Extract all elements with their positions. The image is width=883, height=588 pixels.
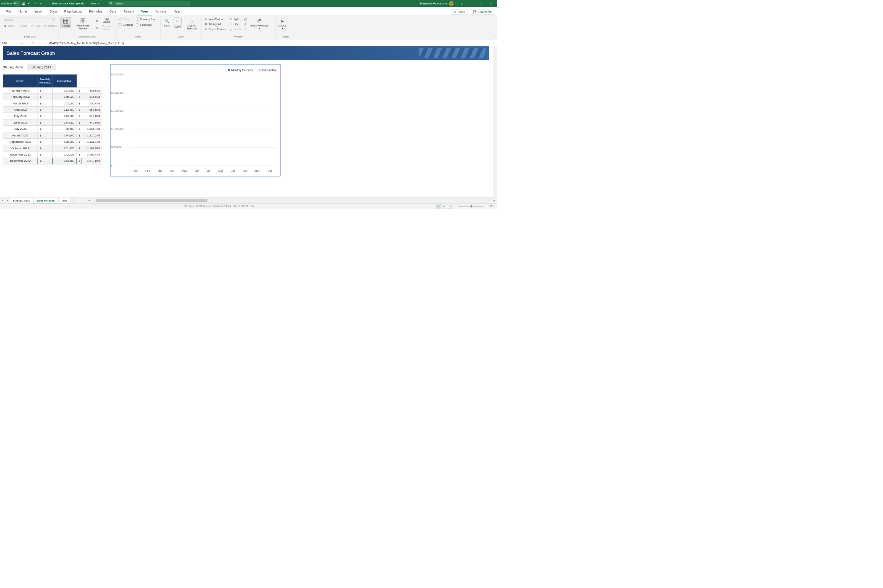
pagelayout-button[interactable]: ▤Page Layout bbox=[95, 17, 114, 24]
table-row[interactable]: April 2022$113,450$668,870 bbox=[3, 106, 102, 112]
hide-button[interactable]: ◻Hide bbox=[228, 22, 242, 26]
zoom-out-icon[interactable]: − bbox=[455, 205, 457, 208]
tab-pagelayout[interactable]: Page Layout bbox=[61, 8, 86, 15]
switch-windows-button[interactable]: 🗗Switch Windows ▾ bbox=[249, 17, 270, 30]
table-row[interactable]: December 2022$243,400$1,948,845 bbox=[3, 158, 102, 164]
pagebreak-view-icon[interactable]: ⊞ bbox=[447, 204, 453, 208]
table-row[interactable]: February 2022$160,320$311,920 bbox=[3, 94, 102, 100]
newwindow-icon: ⊞ bbox=[204, 18, 207, 21]
minimize-icon[interactable]: — bbox=[467, 0, 476, 7]
new-sheet-icon[interactable]: + bbox=[72, 198, 76, 202]
collapse-ribbon-icon[interactable]: ⌃ bbox=[493, 36, 496, 39]
table-row[interactable]: July 2022$89,400$1,035,470 bbox=[3, 126, 102, 132]
pagebreak-button[interactable]: Page Break Preview bbox=[72, 17, 94, 30]
hscroll-left-icon[interactable]: ◄ bbox=[87, 199, 92, 202]
ribbon-display-icon[interactable]: ▭ bbox=[457, 0, 467, 7]
page-title: Sales Forecast Graph bbox=[3, 46, 490, 60]
new-window-button[interactable]: ⊞New Window bbox=[203, 17, 227, 21]
enter-icon[interactable]: ✓ bbox=[36, 42, 42, 45]
status-message: This is an .XLTM file open in Microsoft … bbox=[2, 205, 436, 208]
search-input[interactable]: 🔍 Search bbox=[108, 1, 191, 6]
tab-file[interactable]: File bbox=[3, 8, 15, 15]
unhide-icon: ◻ bbox=[229, 28, 233, 31]
fx-icon[interactable]: fx bbox=[42, 42, 48, 45]
table-row[interactable]: May 2022$143,200$812,070 bbox=[3, 113, 102, 119]
gridlines-checkbox[interactable]: Gridlines bbox=[118, 23, 134, 27]
vertical-scrollbar[interactable]: ▲▼ bbox=[493, 46, 497, 197]
formulabar-checkbox[interactable]: ✓Formula Bar bbox=[135, 17, 156, 21]
tab-view[interactable]: View bbox=[138, 8, 152, 15]
filename[interactable]: FileInfo.com Example.xltm - Saved ▾ bbox=[52, 2, 99, 5]
tab-next-icon[interactable]: ► bbox=[5, 199, 10, 202]
starting-month-label: Starting Month bbox=[3, 66, 23, 69]
save-icon[interactable]: 💾 bbox=[21, 2, 26, 6]
zoom-button[interactable]: 🔍Zoom bbox=[163, 17, 172, 28]
pagelayout-view-icon[interactable]: ▤ bbox=[441, 204, 447, 208]
table-row[interactable]: January 2022$151,600$151,600 bbox=[3, 87, 102, 93]
forecast-chart[interactable]: Monthly Forecast Cumulative $-$500,000$1… bbox=[110, 64, 280, 177]
pagelayout-icon: ▤ bbox=[96, 19, 99, 22]
expand-formula-icon[interactable]: ⌄ bbox=[491, 42, 497, 45]
table-row[interactable]: September 2022$100,800$1,321,170 bbox=[3, 139, 102, 145]
hscroll-right-icon[interactable]: ► bbox=[492, 199, 497, 202]
table-row[interactable]: October 2022$241,850$1,563,020 bbox=[3, 145, 102, 151]
tab-draw[interactable]: Draw bbox=[46, 8, 61, 15]
new-button: 👁New bbox=[29, 24, 41, 28]
table-row[interactable]: August 2022$184,900$1,220,370 bbox=[3, 132, 102, 138]
table-row[interactable]: March 2022$243,500$555,420 bbox=[3, 100, 102, 106]
split-button[interactable]: ⊟Split bbox=[228, 17, 242, 21]
horizontal-scrollbar[interactable] bbox=[93, 199, 491, 202]
tab-help[interactable]: Help bbox=[170, 8, 184, 15]
zoom100-button[interactable]: 100100% bbox=[173, 17, 183, 29]
tab-data[interactable]: Data bbox=[106, 8, 120, 15]
group-label: Macros bbox=[277, 35, 294, 38]
share-button[interactable]: ➦Share bbox=[451, 9, 468, 15]
starting-month-cell[interactable]: January 2022 bbox=[27, 64, 56, 70]
sheetview-select[interactable]: Default bbox=[3, 17, 55, 22]
formula-bar: B20▾ ⋮ ✕ ✓ fx =DATE(YEAR(Starting_Month)… bbox=[0, 40, 497, 46]
worksheet[interactable]: Sales Forecast Graph Starting Month Janu… bbox=[0, 46, 497, 197]
table-row[interactable]: November 2022$142,425$1,705,445 bbox=[3, 151, 102, 158]
ruler-checkbox: ✓Ruler bbox=[118, 17, 134, 21]
table-row[interactable]: June 2022$134,000$946,070 bbox=[3, 119, 102, 125]
close-icon[interactable]: ✕ bbox=[486, 0, 496, 7]
autosave-toggle[interactable]: AutoSave Off bbox=[1, 2, 18, 6]
options-icon: ≡ bbox=[44, 24, 47, 28]
freeze-button[interactable]: ❄Freeze Panes ▾ bbox=[203, 27, 227, 31]
macros-button[interactable]: ▶Macros ▾ bbox=[277, 17, 288, 30]
account-button[interactable]: Sharpened Productions SP bbox=[419, 1, 454, 6]
tab-insert[interactable]: Insert bbox=[30, 8, 46, 15]
undo-icon[interactable]: ↶ bbox=[27, 2, 31, 6]
col-cumulative: Cumulative bbox=[52, 75, 77, 87]
group-label: Zoom bbox=[163, 35, 200, 38]
search-icon: 🔍 bbox=[110, 2, 113, 5]
zoom-level[interactable]: 100% bbox=[488, 205, 494, 208]
name-box[interactable]: B20▾ bbox=[0, 41, 24, 45]
comments-button[interactable]: 💬Comments bbox=[470, 9, 494, 15]
pagebreak-icon bbox=[80, 18, 86, 24]
maximize-icon[interactable]: ☐ bbox=[476, 0, 486, 7]
zoom-slider[interactable] bbox=[459, 206, 484, 207]
syncscroll-button: ⇵ bbox=[243, 22, 248, 26]
sheet-tab[interactable]: Lists bbox=[59, 198, 70, 203]
tab-prev-icon[interactable]: ◄ bbox=[0, 199, 5, 202]
normal-view-icon[interactable]: ▦ bbox=[435, 204, 442, 208]
ribbon: Default ▣Keep ⍈Exit 👁New ≡Options Sheet … bbox=[0, 15, 497, 40]
zoom-in-icon[interactable]: + bbox=[485, 205, 487, 208]
headings-checkbox[interactable]: Headings bbox=[135, 23, 156, 27]
viewside-button[interactable]: ▯▯ bbox=[243, 17, 248, 21]
zoom-selection-button[interactable]: ⌕Zoom to Selection bbox=[183, 17, 200, 30]
qat-dropdown-icon[interactable]: ▾ bbox=[39, 2, 43, 6]
forecast-table: Month Monthly Forecast Cumulative Januar… bbox=[3, 75, 102, 164]
tab-review[interactable]: Review bbox=[120, 8, 138, 15]
formula-input[interactable]: =DATE(YEAR(Starting_Month),MONTH(Startin… bbox=[48, 42, 491, 45]
tab-add-ins[interactable]: Add-ins bbox=[152, 8, 170, 15]
normal-view-button[interactable]: Normal bbox=[60, 17, 71, 28]
tab-home[interactable]: Home bbox=[15, 8, 31, 15]
redo-icon[interactable]: ↷ bbox=[33, 2, 37, 6]
cancel-icon[interactable]: ✕ bbox=[29, 42, 36, 45]
tab-formulas[interactable]: Formulas bbox=[86, 8, 105, 15]
sheet-tab[interactable]: Forecast Input bbox=[10, 198, 33, 203]
sheet-tab[interactable]: Sales Forecast bbox=[33, 198, 59, 203]
arrange-button[interactable]: ▦Arrange All bbox=[203, 22, 227, 26]
